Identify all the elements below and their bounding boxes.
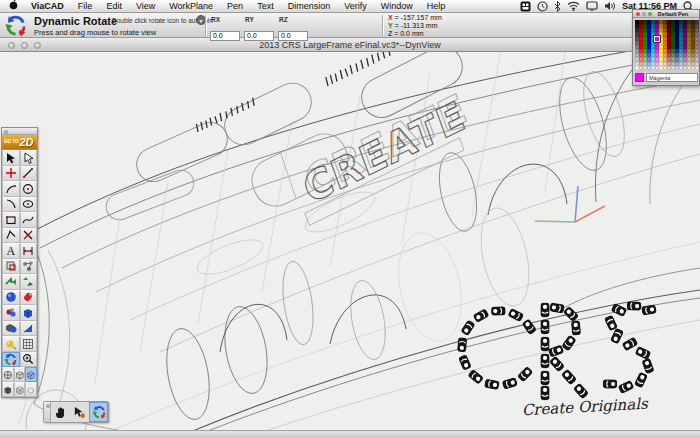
primitive-solids-tool[interactable] bbox=[2, 305, 20, 321]
apple-menu[interactable] bbox=[0, 0, 24, 14]
axis-value: = 0.0 mm bbox=[394, 30, 423, 37]
menu-item[interactable]: File bbox=[71, 1, 100, 11]
pen-color-grid[interactable] bbox=[635, 20, 699, 70]
drawing-viewport[interactable]: CREATE CREATE Create Originals bbox=[0, 52, 700, 430]
shaded-view-tool[interactable] bbox=[2, 382, 14, 397]
clock-icon[interactable] bbox=[537, 1, 548, 12]
model-create-text: CREATE CREATE bbox=[288, 85, 478, 226]
rotation-field-input[interactable] bbox=[278, 31, 308, 41]
volume-icon[interactable] bbox=[604, 1, 616, 11]
palette-close-button[interactable] bbox=[636, 12, 640, 16]
boolean-tool[interactable] bbox=[2, 321, 20, 337]
rotation-field-input[interactable] bbox=[244, 31, 274, 41]
zoom-button[interactable] bbox=[34, 42, 41, 49]
point-tool[interactable] bbox=[2, 166, 20, 182]
menu-item[interactable]: Verify bbox=[337, 1, 374, 11]
bluetooth-icon[interactable] bbox=[554, 1, 561, 12]
view-dynamic-tool[interactable] bbox=[25, 367, 37, 382]
van-glyph bbox=[573, 383, 589, 400]
pen-palette-title-bar[interactable]: Default Pen bbox=[633, 10, 699, 18]
close-button[interactable] bbox=[8, 42, 15, 49]
polyline-tool[interactable] bbox=[2, 228, 20, 244]
palette-minimize-button[interactable] bbox=[642, 12, 646, 16]
blend-tool[interactable] bbox=[2, 336, 20, 352]
input-source-icon[interactable] bbox=[520, 1, 531, 12]
deep-select-tool[interactable] bbox=[20, 150, 38, 166]
rotation-field-label: RY bbox=[245, 16, 276, 23]
select-tool[interactable] bbox=[2, 150, 20, 166]
zoom-tool[interactable] bbox=[20, 352, 38, 368]
pan-tool[interactable] bbox=[51, 402, 70, 422]
select-edit-tool[interactable] bbox=[70, 402, 89, 422]
menu-item[interactable]: View bbox=[129, 1, 162, 11]
ellipse-tool[interactable] bbox=[20, 197, 38, 213]
rectangle-tool[interactable] bbox=[2, 212, 20, 228]
rotate-view-button[interactable] bbox=[89, 402, 108, 422]
circle-tool[interactable] bbox=[20, 181, 38, 197]
axis-value: = -11.313 mm bbox=[395, 22, 438, 29]
view-iso-tool[interactable] bbox=[14, 367, 26, 382]
menu-item[interactable]: Pen bbox=[220, 1, 250, 11]
axis-label: Y bbox=[388, 22, 393, 29]
sphere-tool[interactable] bbox=[2, 290, 20, 306]
palette-zoom-button[interactable] bbox=[648, 12, 652, 16]
menu-item[interactable]: WorkPlane bbox=[162, 1, 220, 11]
menu-item[interactable]: Dimension bbox=[281, 1, 338, 11]
group-tool[interactable] bbox=[20, 259, 38, 275]
line-tool[interactable] bbox=[20, 166, 38, 182]
menu-item[interactable]: Help bbox=[420, 1, 453, 11]
rotation-field-label: RX bbox=[211, 16, 242, 23]
toolbar-separator bbox=[382, 15, 383, 36]
box-tool[interactable] bbox=[20, 305, 38, 321]
van-glyph bbox=[460, 319, 475, 336]
conic-tool[interactable] bbox=[2, 197, 20, 213]
menu-item[interactable]: ViaCAD bbox=[24, 1, 71, 11]
van-glyph bbox=[561, 335, 576, 352]
dimension-tool[interactable] bbox=[20, 243, 38, 259]
copy-tool[interactable] bbox=[20, 274, 38, 290]
nav-toolbar-grip[interactable] bbox=[44, 402, 51, 422]
axis-value: = -157.157 mm bbox=[395, 14, 442, 21]
wireframe-model: CREATE CREATE Create Originals bbox=[0, 52, 700, 430]
minimize-button[interactable] bbox=[21, 42, 28, 49]
pen-color-swatch[interactable] bbox=[695, 66, 699, 70]
gridsnap-tool[interactable] bbox=[20, 336, 38, 352]
move-tool[interactable] bbox=[2, 274, 20, 290]
menu-item[interactable]: Window bbox=[374, 1, 420, 11]
rotation-field-input[interactable] bbox=[210, 31, 240, 41]
spline-tool[interactable] bbox=[20, 212, 38, 228]
wifi-icon[interactable] bbox=[567, 1, 580, 11]
tool-palette-grip[interactable] bbox=[2, 128, 37, 135]
coordinate-row: Y = -11.313 mm bbox=[388, 22, 442, 30]
van-glyph bbox=[627, 301, 642, 310]
pen-color-swatch[interactable] bbox=[655, 37, 659, 41]
hidden-line-view-tool[interactable] bbox=[25, 382, 37, 397]
wedge-tool[interactable] bbox=[20, 321, 38, 337]
van-glyph bbox=[491, 306, 505, 315]
text-tool[interactable]: A bbox=[2, 243, 20, 259]
logo-tagline: Create Originals bbox=[521, 395, 649, 420]
wireframe-view-tool[interactable] bbox=[14, 382, 26, 397]
arc-tool[interactable] bbox=[2, 181, 20, 197]
rotate-view-tool[interactable] bbox=[2, 352, 20, 368]
document-title-bar[interactable]: 2013 CRS LargeFrame eFinal.vc3*--DynView bbox=[0, 38, 700, 52]
cylinder-tool[interactable] bbox=[20, 290, 38, 306]
van-glyph bbox=[541, 320, 550, 334]
view-front-tool[interactable] bbox=[2, 367, 14, 382]
goto-2d-button[interactable]: GO TO 2D bbox=[2, 135, 37, 150]
van-glyph bbox=[561, 369, 577, 386]
axis-label: Z bbox=[388, 30, 392, 37]
rotation-field-label: RZ bbox=[279, 16, 310, 23]
tool-palette: GO TO 2D A bbox=[1, 127, 38, 398]
document-title: 2013 CRS LargeFrame eFinal.vc3*--DynView bbox=[0, 38, 700, 52]
symbol-tool[interactable] bbox=[2, 259, 20, 275]
van-glyph bbox=[541, 371, 550, 385]
trim-tool[interactable] bbox=[20, 228, 38, 244]
current-pen-name[interactable]: Magenta bbox=[646, 73, 698, 82]
van-glyph bbox=[541, 337, 550, 351]
menu-item[interactable]: Text bbox=[250, 1, 281, 11]
van-glyph bbox=[641, 358, 654, 374]
menu-items: ViaCADFileEditViewWorkPlanePenTextDimens… bbox=[24, 0, 452, 13]
display-icon[interactable] bbox=[586, 1, 598, 11]
menu-item[interactable]: Edit bbox=[99, 1, 129, 11]
